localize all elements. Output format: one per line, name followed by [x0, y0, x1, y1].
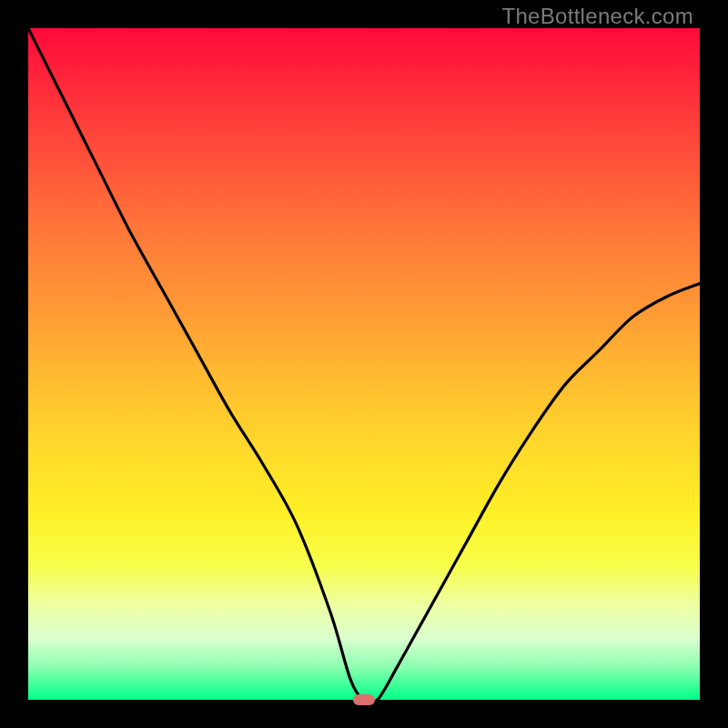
watermark-text: TheBottleneck.com — [501, 4, 693, 29]
bottleneck-curve — [28, 28, 700, 700]
chart-frame: TheBottleneck.com — [0, 0, 728, 728]
plot-area — [28, 28, 700, 700]
optimal-marker — [353, 694, 375, 705]
